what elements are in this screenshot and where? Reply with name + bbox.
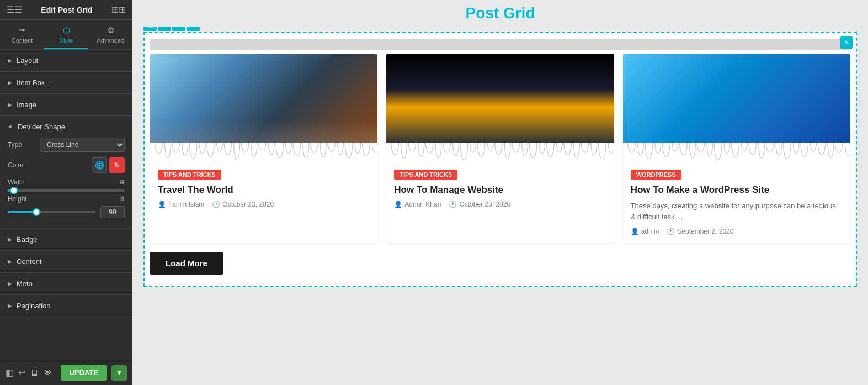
width-slider-track[interactable] bbox=[8, 189, 125, 192]
width-label-row: Width 🖥 bbox=[8, 178, 125, 186]
width-monitor-icon: 🖥 bbox=[118, 178, 125, 186]
drip-effect-3 bbox=[623, 143, 850, 162]
pagination-label: Pagination bbox=[17, 302, 50, 310]
post-card-3: WordPress How To Make a WordPress Site T… bbox=[623, 54, 850, 243]
post-title-2: How To Manage Website bbox=[394, 184, 606, 196]
tab-content[interactable]: ✏ Content bbox=[0, 20, 44, 49]
widget-close-btn[interactable]: ✕ bbox=[187, 27, 200, 31]
update-arrow-button[interactable]: ▼ bbox=[111, 365, 127, 381]
width-field-row: Width 🖥 bbox=[8, 178, 125, 192]
grid-icon[interactable]: ⊞ bbox=[111, 4, 126, 15]
meta-arrow: ▶ bbox=[8, 281, 12, 287]
height-slider-track[interactable] bbox=[8, 211, 96, 213]
style-tab-icon: ⬡ bbox=[63, 25, 70, 35]
section-item-box-header[interactable]: ▶ Item Box bbox=[0, 72, 132, 93]
height-label-row: Height 🖥 bbox=[8, 195, 125, 203]
widget-toggle-btn[interactable]: ▦ bbox=[143, 27, 157, 31]
type-label: Type bbox=[8, 141, 35, 149]
section-content-header[interactable]: ▶ Content bbox=[0, 251, 132, 272]
post-meta-1: 👤 Fahim Islam 🕐 October 23, 2020 bbox=[158, 201, 370, 208]
undo-icon[interactable]: ↩ bbox=[18, 367, 25, 378]
widget-add-btn[interactable]: + bbox=[158, 27, 171, 31]
post-author-2: 👤 Adnan Khan bbox=[394, 201, 441, 208]
advanced-tab-label: Advanced bbox=[97, 37, 124, 44]
section-badge-header[interactable]: ▶ Badge bbox=[0, 229, 132, 250]
badge-label: Badge bbox=[17, 235, 38, 244]
post-title-1: Travel The World bbox=[158, 184, 370, 196]
width-slider-thumb[interactable] bbox=[10, 187, 18, 194]
date-icon-2: 🕐 bbox=[449, 201, 457, 208]
post-badge-2: Tips And Tricks bbox=[394, 170, 457, 180]
page-title: Post Grid bbox=[132, 4, 868, 22]
post-grid: Tips And Tricks Travel The World 👤 Fahim… bbox=[150, 54, 850, 243]
eye-icon[interactable]: 👁 bbox=[43, 368, 52, 378]
tab-style[interactable]: ⬡ Style bbox=[44, 20, 88, 49]
author-name-2: Adnan Khan bbox=[404, 201, 441, 208]
height-field-row: Height 🖥 bbox=[8, 195, 125, 218]
section-content: ▶ Content bbox=[0, 251, 132, 273]
date-value-1: October 23, 2020 bbox=[222, 201, 274, 208]
color-controls: 🌐 ✎ bbox=[92, 157, 125, 173]
sidebar-title: Edit Post Grid bbox=[41, 6, 92, 14]
content-section-arrow: ▶ bbox=[8, 259, 12, 265]
type-field-row: Type Cross Line Wave Arrow None bbox=[8, 138, 125, 152]
load-more-button[interactable]: Load More bbox=[150, 252, 223, 275]
date-value-3: September 2, 2020 bbox=[677, 228, 733, 235]
hamburger-icon[interactable]: ☰ bbox=[7, 4, 22, 15]
author-icon-1: 👤 bbox=[158, 201, 166, 208]
type-select[interactable]: Cross Line Wave Arrow None bbox=[40, 138, 125, 152]
section-pagination-header[interactable]: ▶ Pagination bbox=[0, 295, 132, 317]
image-arrow: ▶ bbox=[8, 102, 12, 108]
widget-edit-icon[interactable]: ✎ bbox=[840, 36, 853, 49]
sidebar-tabs: ✏ Content ⬡ Style ⚙ Advanced bbox=[0, 20, 132, 50]
content-tab-label: Content bbox=[12, 37, 33, 44]
widget-area: ▦ + ✛ ✕ ✎ bbox=[132, 27, 868, 385]
section-image-header[interactable]: ▶ Image bbox=[0, 94, 132, 115]
main-content: Post Grid ▦ + ✛ ✕ ✎ bbox=[132, 0, 868, 385]
width-label: Width bbox=[8, 178, 115, 186]
sidebar-header: ☰ Edit Post Grid ⊞ bbox=[0, 0, 132, 20]
color-red-btn[interactable]: ✎ bbox=[109, 157, 125, 173]
content-section-label: Content bbox=[17, 257, 42, 266]
widget-toolbar: ▦ + ✛ ✕ bbox=[143, 27, 200, 31]
height-slider-thumb[interactable] bbox=[33, 208, 40, 216]
widget-wrapper: ▦ + ✛ ✕ ✎ bbox=[143, 32, 857, 287]
post-card-body-2: Tips And Tricks How To Manage Website 👤 … bbox=[386, 162, 614, 216]
main-top-bar: Post Grid bbox=[132, 0, 868, 27]
section-devider-shape-header[interactable]: ▼ Devider Shape bbox=[0, 116, 132, 138]
update-button[interactable]: UPDATE bbox=[61, 365, 107, 381]
image-label: Image bbox=[17, 101, 36, 109]
section-badge: ▶ Badge bbox=[0, 229, 132, 251]
layout-label: Layout bbox=[17, 56, 38, 65]
section-pagination: ▶ Pagination bbox=[0, 295, 132, 317]
section-item-box: ▶ Item Box bbox=[0, 72, 132, 94]
tab-advanced[interactable]: ⚙ Advanced bbox=[88, 20, 132, 49]
section-layout: ▶ Layout bbox=[0, 50, 132, 72]
item-box-arrow: ▶ bbox=[8, 80, 12, 86]
badge-arrow: ▶ bbox=[8, 236, 12, 242]
color-label: Color bbox=[8, 161, 35, 169]
author-name-1: Fahim Islam bbox=[168, 201, 204, 208]
section-meta-header[interactable]: ▶ Meta bbox=[0, 273, 132, 294]
desktop-icon[interactable]: 🖥 bbox=[30, 368, 39, 378]
post-meta-2: 👤 Adnan Khan 🕐 October 23, 2020 bbox=[394, 201, 606, 208]
content-tab-icon: ✏ bbox=[19, 25, 26, 35]
grid-header-bar bbox=[150, 39, 850, 50]
color-globe-btn[interactable]: 🌐 bbox=[92, 157, 107, 173]
sidebar: ☰ Edit Post Grid ⊞ ✏ Content ⬡ Style ⚙ A… bbox=[0, 0, 132, 385]
section-meta: ▶ Meta bbox=[0, 273, 132, 295]
drip-effect-2 bbox=[386, 143, 614, 162]
layout-arrow: ▶ bbox=[8, 57, 12, 64]
height-slider-input[interactable] bbox=[100, 206, 125, 218]
section-layout-header[interactable]: ▶ Layout bbox=[0, 50, 132, 71]
layers-icon[interactable]: ◧ bbox=[6, 367, 14, 378]
post-card-body-3: WordPress How To Make a WordPress Site T… bbox=[623, 162, 850, 243]
post-image-2 bbox=[386, 54, 614, 143]
date-icon-3: 🕐 bbox=[667, 228, 675, 235]
post-image-1 bbox=[150, 54, 377, 143]
section-image: ▶ Image bbox=[0, 94, 132, 116]
author-name-3: admin bbox=[641, 228, 659, 235]
meta-label: Meta bbox=[17, 279, 33, 288]
devider-shape-label: Devider Shape bbox=[18, 123, 65, 131]
widget-move-btn[interactable]: ✛ bbox=[172, 27, 185, 31]
